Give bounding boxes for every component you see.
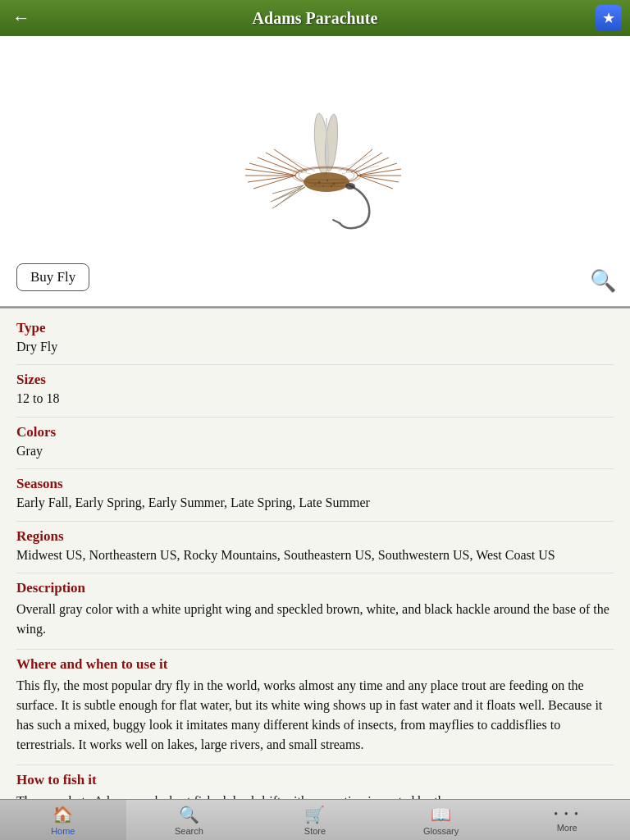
svg-point-37: [318, 180, 321, 183]
tab-glossary[interactable]: 📖 Glossary: [378, 800, 504, 840]
type-value: Dry Fly: [16, 338, 614, 356]
main-content: Buy Fly 🔍 Type Dry Fly Sizes 12 to 18 Co…: [0, 36, 630, 799]
how-section: How to fish it The parachute Adams works…: [16, 772, 614, 799]
svg-point-39: [333, 182, 336, 185]
fly-image-area: Buy Fly 🔍: [0, 36, 630, 307]
svg-line-9: [248, 176, 295, 182]
svg-line-31: [333, 220, 340, 223]
back-button[interactable]: ←: [8, 5, 34, 31]
svg-point-22: [304, 172, 349, 192]
tab-more-label: More: [557, 823, 578, 833]
back-icon: ←: [12, 7, 30, 29]
svg-point-42: [314, 184, 316, 185]
regions-label: Regions: [16, 528, 614, 545]
description-section: Description Overall gray color with a wh…: [16, 580, 614, 639]
where-section: Where and when to use it This fly, the m…: [16, 656, 614, 755]
separator: [16, 573, 614, 573]
seasons-section: Seasons Early Fall, Early Spring, Early …: [16, 476, 614, 512]
colors-label: Colors: [16, 424, 614, 441]
store-icon: 🛒: [304, 805, 325, 824]
colors-value: Gray: [16, 442, 614, 460]
svg-line-13: [274, 149, 307, 171]
favorite-button[interactable]: ★: [596, 5, 622, 31]
search-icon: 🔍: [179, 805, 199, 824]
svg-point-40: [322, 185, 324, 187]
tab-home-label: Home: [51, 826, 75, 836]
seasons-value: Early Fall, Early Spring, Early Summer, …: [16, 494, 614, 512]
how-value: The parachute Adams works best fished de…: [16, 792, 614, 799]
svg-line-15: [358, 169, 401, 176]
zoom-button[interactable]: 🔍: [589, 267, 617, 294]
separator: [16, 468, 614, 469]
separator: [16, 364, 614, 365]
svg-line-7: [245, 169, 295, 176]
svg-point-38: [326, 179, 328, 180]
colors-section: Colors Gray: [16, 424, 614, 460]
tab-home[interactable]: 🏠 Home: [0, 800, 126, 840]
tab-glossary-label: Glossary: [423, 826, 459, 836]
description-label: Description: [16, 580, 614, 596]
separator: [16, 765, 614, 765]
svg-line-18: [358, 176, 393, 189]
star-icon: ★: [602, 9, 615, 27]
type-section: Type Dry Fly: [16, 320, 614, 356]
type-label: Type: [16, 320, 614, 336]
header: ← Adams Parachute ★: [0, 0, 630, 36]
seasons-label: Seasons: [16, 476, 614, 492]
home-icon: 🏠: [52, 805, 73, 824]
sizes-section: Sizes 12 to 18: [16, 372, 614, 408]
glossary-icon: 📖: [431, 805, 451, 824]
separator: [16, 521, 614, 522]
separator: [16, 417, 614, 418]
svg-line-29: [272, 187, 305, 208]
where-value: This fly, the most popular dry fly in th…: [16, 676, 614, 755]
buy-fly-button[interactable]: Buy Fly: [16, 263, 89, 291]
svg-line-10: [253, 176, 295, 189]
tab-more[interactable]: • • • More: [504, 800, 630, 840]
svg-line-17: [358, 176, 399, 182]
tab-search[interactable]: 🔍 Search: [126, 800, 253, 840]
fly-image: [200, 89, 430, 253]
where-label: Where and when to use it: [16, 656, 614, 673]
regions-value: Midwest US, Northeastern US, Rocky Mount…: [16, 546, 614, 564]
zoom-icon: 🔍: [590, 268, 616, 294]
description-value: Overall gray color with a white upright …: [16, 600, 614, 639]
how-label: How to fish it: [16, 772, 614, 788]
svg-point-1: [323, 113, 340, 171]
more-icon: • • •: [554, 808, 580, 821]
svg-point-32: [345, 183, 355, 189]
tab-bar: 🏠 Home 🔍 Search 🛒 Store 📖 Glossary • • •…: [0, 799, 630, 840]
info-panel: Type Dry Fly Sizes 12 to 18 Colors Gray …: [0, 307, 630, 799]
svg-point-41: [331, 185, 332, 186]
tab-store-label: Store: [304, 826, 326, 836]
sizes-label: Sizes: [16, 372, 614, 388]
tab-store[interactable]: 🛒 Store: [252, 800, 378, 840]
page-title: Adams Parachute: [253, 9, 378, 28]
tab-search-label: Search: [175, 826, 203, 836]
sizes-value: 12 to 18: [16, 390, 614, 408]
regions-section: Regions Midwest US, Northeastern US, Roc…: [16, 528, 614, 564]
separator: [16, 649, 614, 650]
